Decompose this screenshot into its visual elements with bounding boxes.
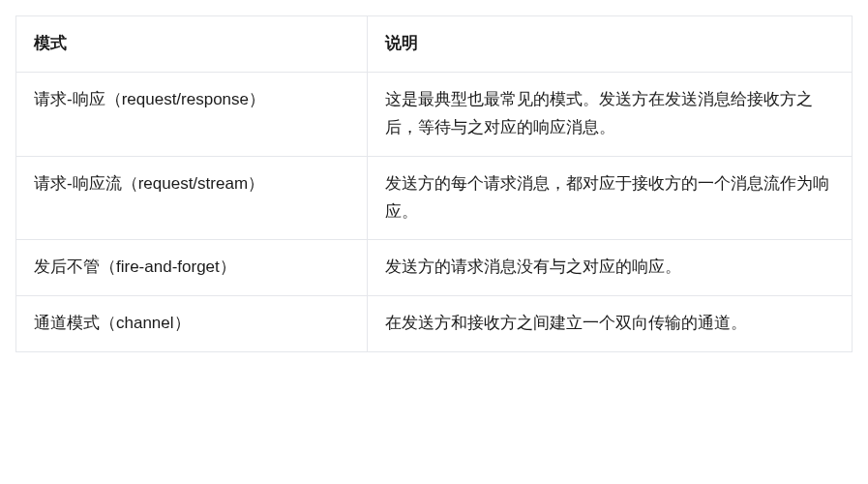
cell-mode: 请求-响应（request/response） (16, 72, 368, 156)
cell-description: 这是最典型也最常见的模式。发送方在发送消息给接收方之后，等待与之对应的响应消息。 (367, 72, 852, 156)
table-row: 请求-响应流（request/stream） 发送方的每个请求消息，都对应于接收… (16, 156, 853, 240)
cell-description: 在发送方和接收方之间建立一个双向传输的通道。 (367, 296, 852, 352)
table-row: 通道模式（channel） 在发送方和接收方之间建立一个双向传输的通道。 (16, 296, 853, 352)
cell-description: 发送方的每个请求消息，都对应于接收方的一个消息流作为响应。 (367, 156, 852, 240)
header-description: 说明 (367, 16, 852, 73)
cell-mode: 请求-响应流（request/stream） (16, 156, 368, 240)
table-row: 发后不管（fire-and-forget） 发送方的请求消息没有与之对应的响应。 (16, 240, 853, 296)
table-header-row: 模式 说明 (16, 16, 853, 73)
cell-mode: 通道模式（channel） (16, 296, 368, 352)
header-mode: 模式 (16, 16, 368, 73)
modes-table: 模式 说明 请求-响应（request/response） 这是最典型也最常见的… (15, 15, 853, 352)
cell-description: 发送方的请求消息没有与之对应的响应。 (367, 240, 852, 296)
table-row: 请求-响应（request/response） 这是最典型也最常见的模式。发送方… (16, 72, 853, 156)
cell-mode: 发后不管（fire-and-forget） (16, 240, 368, 296)
